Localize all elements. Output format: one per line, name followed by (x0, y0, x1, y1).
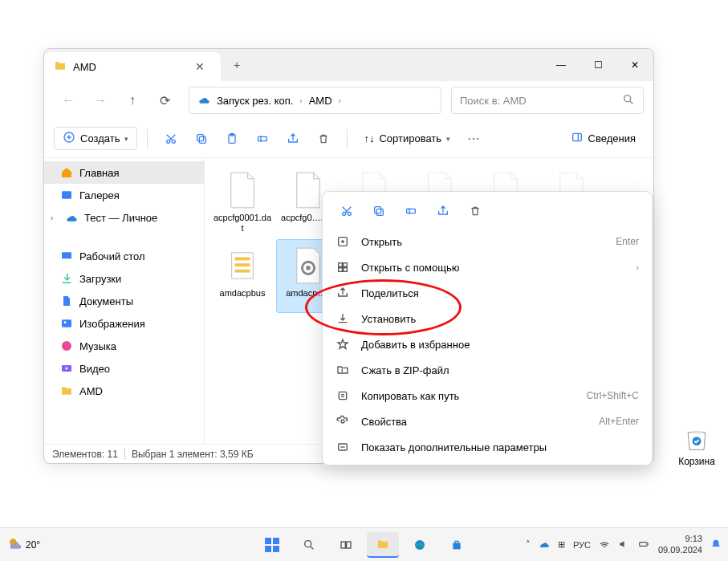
svg-point-41 (304, 540, 311, 547)
svg-rect-5 (197, 134, 204, 140)
more-icon (336, 441, 350, 453)
video-icon (60, 362, 73, 375)
weather-widget[interactable]: 20° (6, 535, 40, 554)
close-tab-icon[interactable]: ✕ (189, 60, 211, 73)
context-menu: Открыть Enter Открыть с помощью › Подели… (322, 191, 653, 465)
network-icon[interactable] (599, 539, 610, 551)
star-icon (336, 338, 350, 351)
details-button[interactable]: Сведения (563, 128, 644, 149)
sidebar-item-gallery[interactable]: Галерея (44, 184, 204, 206)
sidebar-item-amd[interactable]: AMD (44, 380, 204, 402)
forward-button[interactable]: → (86, 87, 115, 113)
close-button[interactable]: ✕ (616, 49, 653, 81)
install-icon (336, 312, 350, 325)
context-zip[interactable]: Сжать в ZIP-файл (327, 357, 647, 383)
sidebar-item-personal[interactable]: › Тест — Личное (44, 206, 204, 229)
chevron-right-icon: › (636, 262, 639, 272)
start-button[interactable] (256, 532, 288, 558)
chevron-down-icon: ▾ (124, 135, 128, 143)
sort-button[interactable]: ↑↓ Сортировать ▾ (357, 129, 457, 148)
volume-icon[interactable] (618, 539, 629, 551)
context-properties[interactable]: Свойства Alt+Enter (327, 409, 647, 434)
context-open-with[interactable]: Открыть с помощью › (327, 254, 647, 280)
svg-rect-19 (235, 270, 250, 273)
cut-button[interactable] (332, 200, 361, 222)
context-copy-path[interactable]: Копировать как путь Ctrl+Shift+C (327, 383, 647, 409)
taskbar: 20° ˄ ⊞ РУС 9:13 09.09.2024 (0, 527, 728, 561)
up-button[interactable]: ↑ (118, 87, 147, 113)
context-share[interactable]: Поделиться (327, 280, 647, 306)
chevron-right-icon[interactable]: › (51, 213, 59, 222)
svg-point-21 (306, 266, 311, 270)
delete-button[interactable] (310, 126, 337, 152)
file-item[interactable]: amdacpbus (211, 240, 274, 312)
document-icon (60, 295, 73, 307)
sidebar-item-documents[interactable]: Документы (44, 290, 204, 312)
separator (147, 129, 148, 148)
back-button[interactable]: ← (54, 87, 83, 113)
edge-app[interactable] (404, 532, 436, 558)
tray-app-icon[interactable]: ⊞ (558, 539, 565, 550)
rename-button[interactable] (249, 126, 276, 152)
rename-button[interactable] (397, 200, 425, 222)
create-button[interactable]: Создать ▾ (54, 127, 137, 150)
music-icon (60, 339, 73, 352)
share-button[interactable] (279, 126, 307, 152)
svg-rect-17 (235, 258, 250, 261)
system-tray: ˄ ⊞ РУС 9:13 09.09.2024 (526, 534, 722, 555)
tray-chevron-icon[interactable]: ˄ (526, 539, 531, 550)
svg-rect-29 (344, 263, 348, 267)
sidebar-item-downloads[interactable]: Загрузки (44, 267, 204, 290)
svg-rect-25 (375, 207, 381, 213)
sidebar-item-home[interactable]: Главная (44, 161, 204, 184)
address-bar[interactable]: Запуск рез. коп. › AMD › (189, 87, 441, 114)
search-input[interactable]: Поиск в: AMD (451, 87, 644, 114)
cut-button[interactable] (157, 126, 185, 152)
context-open[interactable]: Открыть Enter (327, 229, 647, 254)
onedrive-tray-icon[interactable] (539, 539, 550, 551)
navbar: ← → ↑ ⟳ Запуск рез. коп. › AMD › Поиск в… (44, 81, 653, 120)
sidebar-item-pictures[interactable]: Изображения (44, 312, 204, 335)
svg-point-33 (341, 420, 344, 423)
refresh-button[interactable]: ⟳ (150, 87, 179, 113)
copy-button[interactable] (188, 126, 215, 152)
search-button[interactable] (293, 532, 325, 558)
paste-button[interactable] (218, 126, 246, 152)
trash-icon (681, 422, 713, 454)
context-icon-row (327, 197, 647, 229)
language-indicator[interactable]: РУС (573, 540, 591, 550)
minimize-button[interactable]: — (543, 49, 580, 81)
dat-file-icon (226, 169, 259, 211)
sort-icon: ↑↓ (364, 132, 374, 144)
copy-button[interactable] (364, 200, 393, 222)
sidebar: Главная Галерея › Тест — Личное Рабочий … (44, 158, 205, 444)
chevron-right-icon: › (339, 96, 341, 105)
context-more[interactable]: Показать дополнительные параметры (327, 434, 647, 460)
task-view-button[interactable] (330, 532, 362, 558)
svg-rect-31 (344, 268, 348, 272)
more-button[interactable]: ⋯ (460, 126, 487, 152)
sidebar-item-desktop[interactable]: Рабочий стол (44, 245, 204, 267)
delete-button[interactable] (461, 200, 490, 222)
notifications-icon[interactable] (710, 539, 722, 551)
store-app[interactable] (441, 532, 473, 558)
context-install[interactable]: Установить (327, 306, 647, 331)
maximize-button[interactable]: ☐ (580, 49, 616, 81)
new-tab-button[interactable]: + (221, 49, 253, 81)
breadcrumb-folder[interactable]: AMD (309, 95, 332, 107)
plus-circle-icon (63, 131, 75, 146)
clock[interactable]: 9:13 09.09.2024 (658, 534, 702, 555)
desktop-trash[interactable]: Корзина (674, 422, 719, 467)
svg-rect-12 (62, 319, 71, 327)
weather-icon (6, 535, 22, 554)
battery-icon[interactable] (637, 539, 650, 551)
tab-amd[interactable]: AMD ✕ (44, 52, 221, 81)
breadcrumb-root[interactable]: Запуск рез. коп. (217, 95, 293, 107)
sidebar-item-videos[interactable]: Видео (44, 357, 204, 380)
explorer-app[interactable] (367, 532, 399, 558)
sidebar-item-music[interactable]: Музыка (44, 335, 204, 357)
context-favorite[interactable]: Добавить в избранное (327, 331, 647, 357)
svg-rect-4 (200, 136, 206, 143)
share-button[interactable] (429, 200, 458, 222)
file-item[interactable]: acpcfg0001.dat (211, 165, 274, 237)
